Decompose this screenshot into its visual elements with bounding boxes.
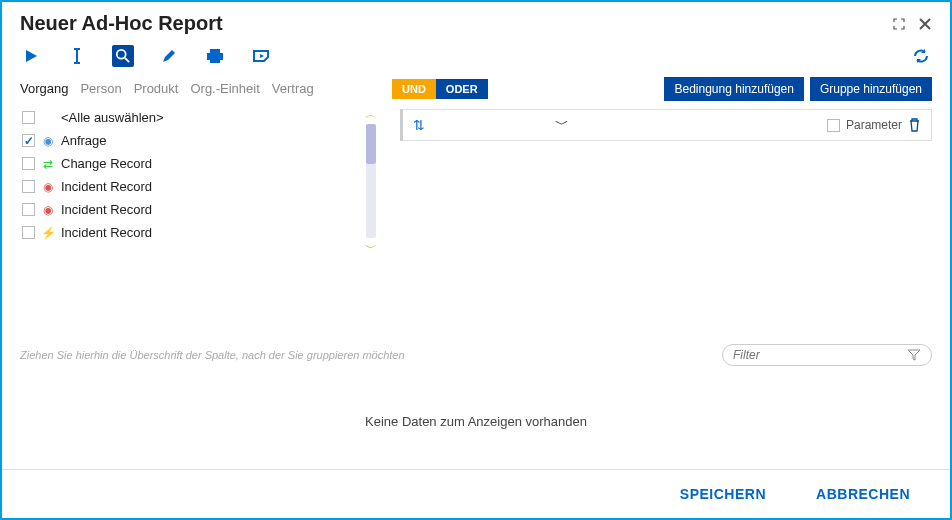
edit-icon[interactable] — [158, 45, 180, 67]
scroll-thumb[interactable] — [366, 124, 376, 164]
logic-und-button[interactable]: UND — [392, 79, 436, 99]
tab-produkt[interactable]: Produkt — [134, 81, 179, 96]
tab-orgeinheit[interactable]: Org.-Einheit — [190, 81, 259, 96]
trash-icon[interactable] — [908, 118, 921, 132]
tab-person[interactable]: Person — [80, 81, 121, 96]
checkbox[interactable] — [22, 111, 35, 124]
checkbox[interactable] — [22, 157, 35, 170]
logic-toggle: UND ODER — [392, 79, 488, 99]
svg-rect-3 — [210, 58, 220, 63]
change-icon: ⇄ — [41, 157, 55, 171]
condition-row: ⇅ ﹀ Parameter — [400, 109, 932, 141]
save-button[interactable]: SPEICHERN — [680, 486, 766, 502]
item-label: Change Record — [61, 156, 152, 171]
group-bar: Ziehen Sie hierhin die Überschrift der S… — [20, 336, 932, 374]
sort-icon[interactable]: ⇅ — [413, 117, 425, 133]
scrollbar[interactable]: ︿ ﹀ — [362, 106, 380, 256]
parameter-label: Parameter — [846, 118, 902, 132]
cursor-icon[interactable] — [66, 45, 88, 67]
dialog: Neuer Ad-Hoc Report — [0, 0, 952, 520]
incident-icon: ◉ — [41, 203, 55, 217]
entity-tabs: Vorgang Person Produkt Org.-Einheit Vert… — [20, 77, 380, 106]
chevron-down-icon[interactable]: ﹀ — [555, 116, 569, 134]
list-item[interactable]: ◉ Incident Record — [20, 198, 362, 221]
checkbox[interactable] — [22, 203, 35, 216]
svg-point-0 — [117, 50, 126, 59]
list-item[interactable]: ⚡ Incident Record — [20, 221, 362, 244]
list-wrap: <Alle auswählen> ◉ Anfrage ⇄ Change Reco… — [20, 106, 380, 328]
toolbar — [2, 41, 950, 77]
checkbox[interactable] — [22, 180, 35, 193]
no-data-message: Keine Daten zum Anzeigen vorhanden — [20, 374, 932, 469]
incident-icon: ◉ — [41, 180, 55, 194]
chevron-up-icon[interactable]: ︿ — [365, 108, 377, 120]
list-item[interactable]: ⇄ Change Record — [20, 152, 362, 175]
right-panel: UND ODER Bedingung hinzufügen Gruppe hin… — [392, 77, 932, 328]
close-icon[interactable] — [918, 17, 932, 31]
checkbox[interactable] — [22, 226, 35, 239]
logic-oder-button[interactable]: ODER — [436, 79, 488, 99]
export-icon[interactable] — [250, 45, 272, 67]
checkbox[interactable] — [22, 134, 35, 147]
dialog-title: Neuer Ad-Hoc Report — [20, 12, 223, 35]
expand-icon[interactable] — [892, 17, 906, 31]
condition-buttons: Bedingung hinzufügen Gruppe hinzufügen — [664, 77, 932, 101]
grid-area: Ziehen Sie hierhin die Überschrift der S… — [2, 328, 950, 469]
group-hint: Ziehen Sie hierhin die Überschrift der S… — [20, 349, 405, 361]
list-item[interactable]: ◉ Anfrage — [20, 129, 362, 152]
entity-list: <Alle auswählen> ◉ Anfrage ⇄ Change Reco… — [20, 106, 362, 328]
add-group-button[interactable]: Gruppe hinzufügen — [810, 77, 932, 101]
parameter-checkbox[interactable] — [827, 119, 840, 132]
list-item-select-all[interactable]: <Alle auswählen> — [20, 106, 362, 129]
item-label: Anfrage — [61, 133, 107, 148]
parameter-group: Parameter — [827, 118, 921, 132]
header-actions — [892, 17, 932, 31]
svg-rect-1 — [210, 49, 220, 53]
tab-vorgang[interactable]: Vorgang — [20, 81, 68, 96]
add-condition-button[interactable]: Bedingung hinzufügen — [664, 77, 803, 101]
content: Vorgang Person Produkt Org.-Einheit Vert… — [2, 77, 950, 328]
tab-vertrag[interactable]: Vertrag — [272, 81, 314, 96]
list-item[interactable]: ◉ Incident Record — [20, 175, 362, 198]
cancel-button[interactable]: ABBRECHEN — [816, 486, 910, 502]
funnel-icon[interactable] — [907, 349, 921, 361]
request-icon: ◉ — [41, 134, 55, 148]
print-icon[interactable] — [204, 45, 226, 67]
scroll-track[interactable] — [366, 124, 376, 238]
filter-input[interactable] — [733, 348, 907, 362]
dialog-header: Neuer Ad-Hoc Report — [2, 2, 950, 41]
play-icon[interactable] — [20, 45, 42, 67]
item-label: <Alle auswählen> — [61, 110, 164, 125]
toolbar-left — [20, 45, 272, 67]
incident-icon: ⚡ — [41, 226, 55, 240]
item-label: Incident Record — [61, 202, 152, 217]
refresh-icon[interactable] — [910, 45, 932, 67]
item-label: Incident Record — [61, 225, 152, 240]
left-panel: Vorgang Person Produkt Org.-Einheit Vert… — [20, 77, 380, 328]
condition-header: UND ODER Bedingung hinzufügen Gruppe hin… — [392, 77, 932, 101]
item-label: Incident Record — [61, 179, 152, 194]
footer: SPEICHERN ABBRECHEN — [2, 469, 950, 518]
search-icon[interactable] — [112, 45, 134, 67]
chevron-down-icon[interactable]: ﹀ — [365, 242, 377, 254]
filter-box — [722, 344, 932, 366]
